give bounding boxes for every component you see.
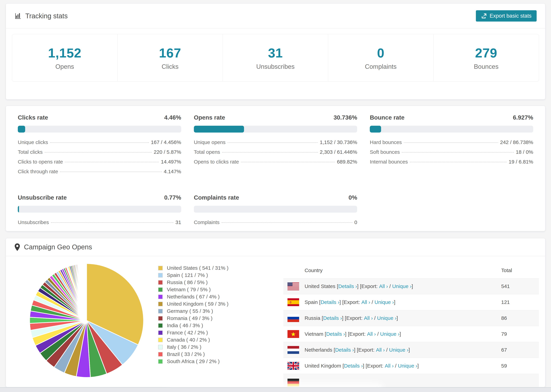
geo-pie-chart[interactable] <box>27 261 147 380</box>
country-cell: Vietnam [Details ›] [Export: All › / Uni… <box>283 330 501 338</box>
rate-progress-bar <box>194 126 357 133</box>
dotted-leader <box>241 162 335 162</box>
flag-icon-ru <box>288 314 299 322</box>
rate-detail-row: Unsubscribes 31 <box>18 219 181 229</box>
rate-title: Unsubscribe rate <box>18 194 67 201</box>
export-unique-link[interactable]: Unique › <box>374 299 394 305</box>
legend-item[interactable]: Canada ( 40 / 2% ) <box>158 336 228 343</box>
geo-body: United States ( 541 / 31% ) Spain ( 121 … <box>6 256 545 380</box>
export-basic-stats-button[interactable]: Export basic stats <box>476 10 537 21</box>
rate-detail-value: 242 / 86.738% <box>500 139 533 145</box>
rate-percent: 0.77% <box>164 194 181 201</box>
campaign-geo-opens-card: Campaign Geo Opens United States ( 541 /… <box>6 238 545 387</box>
bottom-scroll-strip[interactable] <box>0 387 551 392</box>
rate-detail-label: Click through rate <box>18 169 58 175</box>
stat-label: Unsubscribes <box>256 63 295 70</box>
rate-detail-row: Opens to clicks rate 689.82% <box>194 159 357 169</box>
flag-icon-us <box>288 282 299 290</box>
export-all-link[interactable]: All › <box>361 299 370 305</box>
rate-progress-bar <box>194 206 357 213</box>
export-unique-link[interactable]: Unique › <box>377 315 396 321</box>
details-link[interactable]: Details › <box>335 347 354 353</box>
stat-value: 167 <box>159 45 181 60</box>
legend-swatch <box>158 323 163 328</box>
legend-item[interactable]: Romania ( 49 / 3% ) <box>158 315 228 322</box>
rate-percent: 0% <box>349 194 357 201</box>
table-row: United States [Details ›] [Export: All ›… <box>283 278 539 294</box>
rate-detail-row: Click through rate 4.147% <box>18 169 181 178</box>
export-all-link[interactable]: All › <box>376 347 385 353</box>
rate-detail-value: 689.82% <box>337 159 357 165</box>
country-cell: United States [Details ›] [Export: All ›… <box>283 282 501 290</box>
stat-label: Opens <box>56 63 74 70</box>
dotted-leader <box>410 162 507 162</box>
rate-detail-label: Clicks to opens rate <box>18 159 63 165</box>
details-link[interactable]: Details › <box>338 283 357 289</box>
rate-detail-row: Clicks to opens rate 14.497% <box>18 159 181 169</box>
rate-title: Complaints rate <box>194 194 239 201</box>
country-name: Spain <box>304 299 319 305</box>
bar-chart-icon <box>14 12 21 20</box>
export-unique-link[interactable]: Unique › <box>398 363 417 369</box>
legend-item[interactable]: United Kingdom ( 59 / 3% ) <box>158 300 228 308</box>
stat-value: 31 <box>268 45 283 60</box>
stat-label: Complaints <box>365 63 397 70</box>
export-all-link[interactable]: All › <box>367 331 376 337</box>
legend-swatch <box>158 294 163 299</box>
export-all-link[interactable]: All › <box>385 363 394 369</box>
rate-card-unsubscribe-rate: Unsubscribe rate 0.77% Unsubscribes 31 <box>18 194 181 229</box>
total-column-header: Total <box>501 267 539 273</box>
rate-title: Clicks rate <box>18 114 48 121</box>
rate-percent: 4.46% <box>164 114 181 121</box>
country-cell: Spain [Details ›] [Export: All › / Uniqu… <box>283 298 501 306</box>
geo-table: Country Total United States [Details ›] … <box>283 262 539 387</box>
dotted-leader <box>222 152 318 153</box>
stat-box-complaints: 0 Complaints <box>328 34 434 81</box>
export-unique-link[interactable]: Unique › <box>392 283 411 289</box>
legend-item[interactable]: United States ( 541 / 31% ) <box>158 264 228 272</box>
rate-percent: 30.736% <box>333 114 357 121</box>
legend-item[interactable]: Germany ( 55 / 3% ) <box>158 308 228 315</box>
legend-label: Romania ( 49 / 3% ) <box>167 315 212 321</box>
details-link[interactable]: Details › <box>344 363 363 369</box>
legend-swatch <box>158 359 163 364</box>
export-all-link[interactable]: All › <box>364 315 373 321</box>
rate-detail-row: Total opens 2,303 / 61.446% <box>194 149 357 159</box>
legend-item[interactable]: Brazil ( 33 / 2% ) <box>158 351 228 358</box>
country-name: Netherlands <box>304 347 334 353</box>
legend-item[interactable]: India ( 46 / 3% ) <box>158 322 228 329</box>
legend-item[interactable]: Spain ( 121 / 7% ) <box>158 272 228 279</box>
rate-detail-label: Internal bounces <box>370 159 408 165</box>
geo-header: Campaign Geo Opens <box>6 238 545 256</box>
details-link[interactable]: Details › <box>323 315 342 321</box>
country-cell: Netherlands [Details ›] [Export: All › /… <box>283 346 501 354</box>
table-row: Spain [Details ›] [Export: All › / Uniqu… <box>283 294 539 310</box>
rate-detail-label: Unique opens <box>194 139 226 145</box>
legend-item[interactable]: Netherlands ( 67 / 4% ) <box>158 293 228 300</box>
legend-swatch <box>158 345 163 350</box>
stat-label: Bounces <box>474 63 498 70</box>
legend-swatch <box>158 352 163 357</box>
pie-slices[interactable] <box>27 261 147 380</box>
legend-item[interactable]: Russia ( 86 / 5% ) <box>158 279 228 286</box>
country-column-header: Country <box>283 267 501 273</box>
export-all-link[interactable]: All › <box>379 283 388 289</box>
rate-percent: 6.927% <box>513 114 533 121</box>
details-link[interactable]: Details › <box>326 331 345 337</box>
export-unique-link[interactable]: Unique › <box>380 331 399 337</box>
legend-item[interactable]: South Africa ( 29 / 2% ) <box>158 358 228 365</box>
legend-item[interactable]: France ( 42 / 2% ) <box>158 329 228 336</box>
legend-item[interactable]: Vietnam ( 79 / 5% ) <box>158 286 228 293</box>
rate-detail-value: 14.497% <box>161 159 181 165</box>
rate-detail-value: 31 <box>175 219 181 225</box>
legend-label: Russia ( 86 / 5% ) <box>167 280 208 285</box>
stat-value: 279 <box>475 45 497 60</box>
country-name: Vietnam <box>304 331 325 337</box>
export-unique-link[interactable]: Unique › <box>389 347 409 353</box>
rate-detail-value: 167 / 4.456% <box>151 139 181 145</box>
total-cell: 67 <box>501 347 539 353</box>
country-cell: United Kingdom [Details ›] [Export: All … <box>283 362 501 370</box>
stat-box-opens: 1,152 Opens <box>12 34 118 81</box>
legend-item[interactable]: Italy ( 36 / 2% ) <box>158 343 228 351</box>
details-link[interactable]: Details › <box>320 299 339 305</box>
